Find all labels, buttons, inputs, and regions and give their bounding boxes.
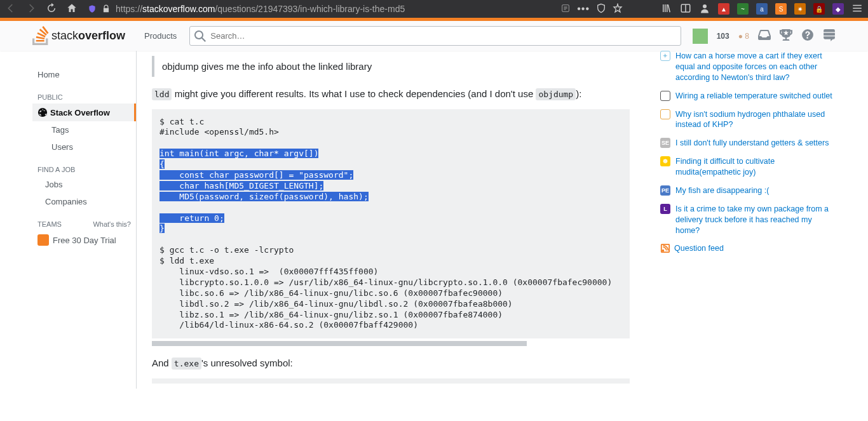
hot-link-5[interactable]: PEMy fish are disappearing :( bbox=[660, 185, 836, 196]
so-logo-icon bbox=[32, 26, 49, 45]
code-ldd: ldd bbox=[152, 88, 172, 100]
ext-2[interactable]: ~ bbox=[737, 3, 749, 15]
library-icon[interactable] bbox=[661, 3, 672, 16]
hot-link-4-text[interactable]: Finding it difficult to cultivate mudita… bbox=[675, 156, 836, 178]
p2-pre: And bbox=[152, 358, 172, 368]
user-avatar[interactable] bbox=[693, 29, 708, 44]
answer-paragraph-1: ldd might give you different results. It… bbox=[152, 87, 630, 102]
ext-7[interactable]: ◆ bbox=[832, 3, 844, 15]
nav-users[interactable]: Users bbox=[32, 138, 136, 156]
hot-link-0-text[interactable]: How can a horse move a cart if they exer… bbox=[675, 51, 836, 83]
hot-link-4[interactable]: ☸Finding it difficult to cultivate mudit… bbox=[660, 156, 836, 178]
reload-button[interactable] bbox=[46, 3, 57, 16]
svg-point-6 bbox=[703, 4, 707, 8]
logo-overflow: overflow bbox=[78, 29, 125, 43]
nav-findjob-header: FIND A JOB bbox=[32, 156, 136, 176]
shield-icon bbox=[88, 4, 97, 13]
hot-link-6-text[interactable]: Is it a crime to take my own package fro… bbox=[675, 204, 836, 236]
url-path: /questions/21947393/in-which-library-is-… bbox=[215, 4, 405, 14]
achievements-icon[interactable] bbox=[780, 29, 792, 43]
whats-this-link[interactable]: What's this? bbox=[93, 220, 131, 228]
hot-link-6[interactable]: LIs it a crime to take my own package fr… bbox=[660, 204, 836, 236]
p2-post: 's unresolved symbol: bbox=[201, 358, 293, 368]
nav-tags[interactable]: Tags bbox=[32, 121, 136, 138]
hot-link-5-text[interactable]: My fish are disappearing :( bbox=[675, 185, 769, 196]
user-rep[interactable]: 103 bbox=[717, 32, 729, 41]
hot-link-1-text[interactable]: Wiring a reliable temperature switched o… bbox=[675, 91, 832, 102]
ext-3[interactable]: a bbox=[756, 3, 768, 15]
reader-icon[interactable] bbox=[560, 3, 571, 15]
briefcase-icon bbox=[37, 234, 49, 246]
hot-link-0[interactable]: ✦How can a horse move a cart if they exe… bbox=[660, 51, 836, 83]
logo-stack: stack bbox=[51, 29, 78, 43]
nav-public-header: PUBLIC bbox=[32, 83, 136, 104]
menu-icon[interactable] bbox=[851, 3, 863, 16]
url-bar[interactable]: https://stackoverflow.com/questions/2194… bbox=[84, 4, 554, 14]
right-sidebar: ✦How can a horse move a cart if they exe… bbox=[645, 51, 836, 389]
question-feed[interactable]: Question feed bbox=[660, 243, 836, 253]
pocket-icon[interactable] bbox=[596, 3, 606, 15]
hot-link-2-text[interactable]: Why isn't sodium hydrogen phthalate used… bbox=[675, 109, 836, 131]
bud-icon: ☸ bbox=[660, 156, 670, 166]
p1-tail: ): bbox=[576, 88, 581, 99]
hot-link-3-text[interactable]: I still don't fully understand getters &… bbox=[675, 138, 829, 149]
page-actions[interactable]: ••• bbox=[577, 3, 590, 15]
law-icon: L bbox=[660, 204, 670, 214]
site-topbar: stackoverflow Products 103 ● 8 bbox=[0, 19, 868, 51]
free-trial-link[interactable]: Free 30 Day Trial bbox=[32, 231, 136, 250]
home-button[interactable] bbox=[66, 3, 78, 16]
nav-companies[interactable]: Companies bbox=[32, 193, 136, 210]
account-icon[interactable] bbox=[699, 3, 710, 16]
lock-icon bbox=[102, 4, 111, 13]
ext-6[interactable]: 🔒 bbox=[813, 3, 825, 15]
site-switcher-icon[interactable] bbox=[823, 29, 836, 43]
se-icon: SE bbox=[660, 138, 670, 148]
hot-link-2[interactable]: ⚗Why isn't sodium hydrogen phthalate use… bbox=[660, 109, 836, 131]
physics-icon: ✦ bbox=[660, 51, 670, 61]
hot-link-1[interactable]: ⚙Wiring a reliable temperature switched … bbox=[660, 91, 836, 102]
pet-icon: PE bbox=[660, 185, 670, 196]
forward-button[interactable] bbox=[25, 3, 37, 16]
code-block-1[interactable]: $ cat t.c #include <openssl/md5.h> int m… bbox=[152, 109, 630, 339]
ee-icon: ⚙ bbox=[660, 91, 670, 101]
bronze-badges: ● 8 bbox=[738, 32, 749, 41]
search-input[interactable] bbox=[189, 26, 681, 46]
code-block-2[interactable] bbox=[152, 378, 630, 384]
sidebar-icon[interactable] bbox=[680, 3, 691, 16]
hot-link-3[interactable]: SEI still don't fully understand getters… bbox=[660, 138, 836, 149]
ext-1[interactable]: ▲ bbox=[718, 3, 729, 15]
left-sidebar: Home PUBLIC Stack Overflow Tags Users FI… bbox=[32, 51, 137, 389]
code-texe: t.exe bbox=[172, 358, 201, 370]
main-content: objdump gives me the info about the link… bbox=[137, 51, 645, 389]
rss-icon bbox=[660, 243, 670, 253]
browser-chrome: https://stackoverflow.com/questions/2194… bbox=[0, 0, 868, 19]
ext-4[interactable]: S bbox=[775, 3, 787, 15]
bookmark-icon[interactable] bbox=[613, 3, 623, 15]
question-feed-label: Question feed bbox=[674, 244, 724, 253]
nav-teams-header: TEAMS bbox=[37, 220, 62, 228]
search-icon bbox=[194, 30, 206, 42]
p1-text: might give you different results. Its wh… bbox=[172, 88, 536, 99]
nav-home[interactable]: Home bbox=[32, 66, 136, 83]
back-button[interactable] bbox=[5, 3, 17, 16]
answer-paragraph-2: And t.exe's unresolved symbol: bbox=[152, 356, 630, 371]
help-icon[interactable] bbox=[801, 29, 814, 43]
code-objdump: objdump bbox=[536, 88, 576, 100]
code-scrollbar[interactable] bbox=[152, 341, 527, 346]
nav-jobs[interactable]: Jobs bbox=[32, 176, 136, 193]
nav-stackoverflow[interactable]: Stack Overflow bbox=[32, 104, 136, 121]
url-domain: stackoverflow.com bbox=[142, 4, 215, 14]
url-scheme: https:// bbox=[116, 4, 142, 14]
so-logo[interactable]: stackoverflow bbox=[32, 26, 125, 45]
ext-5[interactable]: ✷ bbox=[794, 3, 806, 15]
free-trial-label: Free 30 Day Trial bbox=[53, 236, 116, 245]
globe-icon bbox=[37, 107, 48, 117]
answer-blockquote: objdump gives me the info about the link… bbox=[152, 56, 630, 77]
chem-icon: ⚗ bbox=[660, 109, 670, 119]
inbox-icon[interactable] bbox=[758, 29, 771, 43]
nav-stackoverflow-label: Stack Overflow bbox=[50, 108, 110, 117]
products-menu[interactable]: Products bbox=[137, 27, 184, 44]
